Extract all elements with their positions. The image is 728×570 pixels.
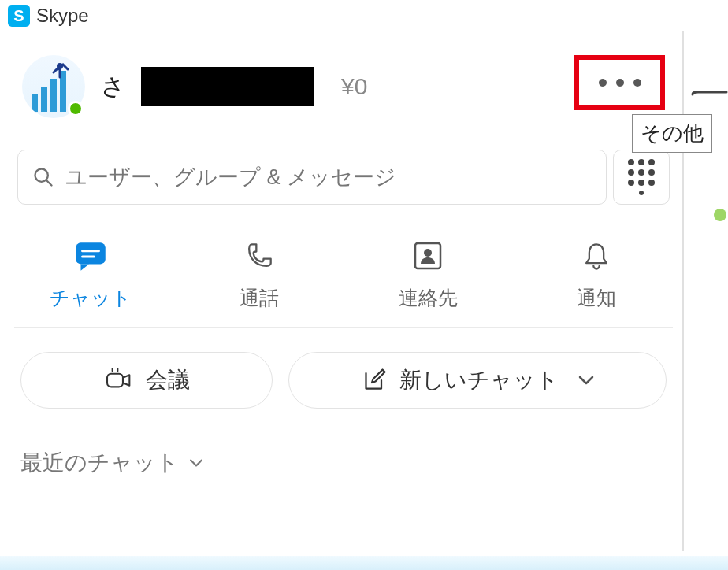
username-redacted [141,67,314,106]
recent-chats-label: 最近のチャット [20,448,179,478]
svg-rect-12 [107,374,123,387]
svg-rect-2 [50,79,57,112]
presence-online-icon [68,101,84,117]
tab-chat[interactable]: チャット [14,236,167,311]
presence-dot-fragment [714,209,726,221]
more-options-button[interactable] [574,55,665,110]
profile-row: さ ¥0 その他 [14,47,673,142]
svg-line-6 [46,180,52,186]
tab-contacts-label: 連絡先 [399,285,458,311]
username-prefix: さ [101,71,125,103]
skype-credit[interactable]: ¥0 [341,73,367,100]
right-panel-fragment [682,91,728,221]
search-row: ユーザー、グループ & メッセージ [14,150,673,205]
chevron-down-icon [578,375,595,386]
username-block[interactable]: さ [101,67,330,106]
avatar[interactable] [22,55,85,118]
dialpad-button[interactable] [613,150,670,205]
chat-icon [71,236,110,276]
tab-calls-label: 通話 [240,285,279,311]
meet-label: 会議 [146,365,190,395]
bottom-accent [0,556,728,570]
bell-icon [579,236,614,276]
svg-rect-1 [41,87,47,112]
tab-notifications[interactable]: 通知 [520,236,673,311]
tab-calls[interactable]: 通話 [183,236,336,311]
meet-now-button[interactable]: 会議 [20,352,273,409]
recent-chats-header[interactable]: 最近のチャット [14,432,673,494]
chevron-down-icon [188,458,204,468]
tab-contacts[interactable]: 連絡先 [351,236,504,311]
window-title: Skype [36,5,89,27]
action-row: 会議 新しいチャット [14,328,673,432]
search-input[interactable]: ユーザー、グループ & メッセージ [17,150,607,205]
skype-logo-icon: S [8,5,30,27]
svg-rect-7 [76,242,106,264]
dialpad-icon [628,159,655,196]
partial-text-icon [689,91,728,98]
search-icon [32,166,54,188]
title-bar: S Skype [0,0,728,31]
search-placeholder: ユーザー、グループ & メッセージ [65,163,396,191]
video-icon [103,367,135,394]
sidebar-panel: さ ¥0 その他 ユーザー、グループ & メッセージ [5,31,684,551]
tab-notifications-label: 通知 [577,285,616,311]
svg-rect-0 [32,94,38,112]
compose-icon [360,366,388,394]
tabs-row: チャット 通話 連絡先 [14,205,673,328]
contacts-icon [409,236,447,276]
new-chat-label: 新しいチャット [399,365,559,395]
new-chat-button[interactable]: 新しいチャット [288,352,667,409]
ellipsis-icon [599,79,607,87]
tab-chat-label: チャット [50,285,132,311]
phone-icon [242,236,277,276]
svg-point-11 [424,249,432,257]
